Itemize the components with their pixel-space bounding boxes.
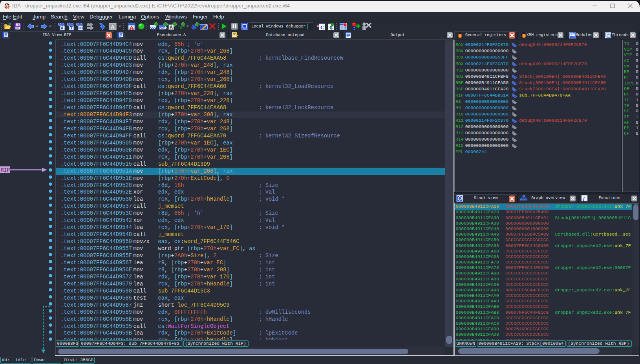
svg-text:#: # <box>61 26 63 30</box>
svg-text:CODE: CODE <box>150 26 159 29</box>
svg-text:64: 64 <box>5 5 9 9</box>
svg-text:T: T <box>70 26 73 30</box>
svg-text:A: A <box>170 25 173 29</box>
svg-text:RIP: RIP <box>1 167 10 173</box>
svg-text:A: A <box>111 24 115 30</box>
svg-text:C: C <box>320 25 324 30</box>
svg-text:101: 101 <box>79 26 83 30</box>
